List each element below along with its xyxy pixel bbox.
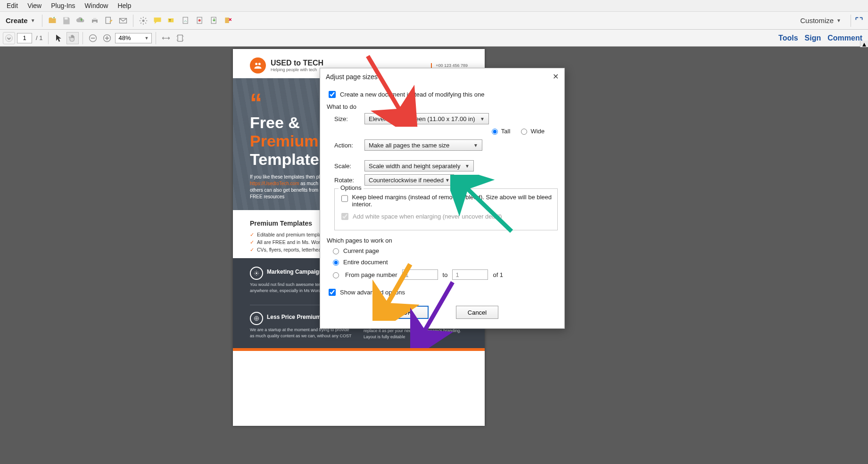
menu-plugins[interactable]: Plug-Ins	[46, 0, 80, 11]
create-new-checkbox[interactable]	[329, 91, 336, 98]
chevron-down-icon: ▼	[445, 178, 450, 183]
gear-circle-icon	[250, 267, 263, 280]
mail-icon[interactable]	[117, 15, 129, 27]
from-page-radio[interactable]	[333, 272, 339, 278]
hero-link: https://UsedtoTech.com	[250, 181, 299, 186]
adjust-page-sizes-dialog: Adjust page sizes ✕ Create a new documen…	[320, 68, 565, 329]
menubar: Edit View Plug-Ins Window Help	[0, 0, 868, 12]
zoom-value: 48%	[118, 34, 131, 41]
zoom-in-icon[interactable]	[101, 32, 113, 44]
svg-point-14	[6, 34, 13, 41]
tall-radio[interactable]	[492, 129, 498, 135]
target-circle-icon	[250, 312, 263, 325]
wide-radio[interactable]	[521, 129, 527, 135]
current-page-radio[interactable]	[333, 248, 339, 254]
keep-bleed-checkbox[interactable]	[341, 195, 348, 202]
customize-button[interactable]: Customize ▼	[796, 15, 845, 26]
svg-text:T: T	[169, 18, 171, 22]
wide-label: Wide	[530, 128, 545, 135]
chevron-down-icon: ▼	[473, 143, 478, 148]
svg-rect-4	[106, 17, 110, 23]
action-label: Action:	[334, 142, 360, 149]
size-label: Size:	[334, 115, 360, 122]
chevron-down-icon: ▼	[465, 163, 470, 169]
print-icon[interactable]	[89, 15, 101, 27]
cancel-button[interactable]: Cancel	[456, 306, 498, 319]
comment-link[interactable]: Comment	[827, 34, 862, 42]
rotate-label: Rotate:	[334, 177, 360, 184]
fit-width-icon[interactable]	[160, 32, 172, 44]
svg-rect-13	[225, 17, 229, 23]
red-x-icon[interactable]	[222, 15, 234, 27]
ok-button[interactable]: OK	[386, 306, 429, 319]
dropdown-caret-icon: ▼	[836, 18, 841, 23]
show-advanced-checkbox[interactable]	[329, 289, 336, 296]
zoom-out-icon[interactable]	[87, 32, 99, 44]
brand-title: USED to TECH	[271, 59, 323, 67]
hand-icon[interactable]	[66, 32, 79, 44]
customize-label: Customize	[800, 16, 834, 24]
highlight-icon[interactable]: T	[165, 15, 178, 27]
action-combo[interactable]: Make all pages the same size ▼	[364, 139, 482, 151]
svg-point-22	[258, 63, 261, 65]
page-number-input[interactable]	[17, 33, 32, 43]
brand-logo-icon	[250, 57, 266, 73]
menu-view[interactable]: View	[23, 0, 46, 11]
fit-page-icon[interactable]	[174, 32, 186, 44]
from-page-input[interactable]	[402, 269, 438, 280]
options-title: Options	[339, 184, 364, 191]
scale-combo[interactable]: Scale width and height separately ▼	[364, 160, 474, 171]
action-value: Make all pages the same size	[369, 142, 473, 149]
cursor-icon[interactable]	[52, 32, 65, 44]
gr-copy: replace it as per your needs or company'…	[364, 328, 468, 340]
scale-label: Scale:	[334, 163, 360, 170]
sign-link[interactable]: Sign	[805, 34, 821, 42]
open-folder-icon[interactable]	[46, 15, 58, 27]
cloud-upload-icon[interactable]	[74, 15, 87, 27]
to-page-input[interactable]	[452, 269, 488, 280]
svg-point-26	[256, 318, 257, 319]
gear-icon[interactable]	[137, 15, 149, 27]
rotate-combo[interactable]: Counterclockwise if needed ▼	[364, 174, 454, 186]
what-to-do-label: What to do	[327, 103, 558, 110]
entire-doc-radio[interactable]	[333, 260, 339, 266]
menu-edit[interactable]: Edit	[2, 0, 23, 11]
expand-icon[interactable]	[853, 15, 865, 27]
nav-toolbar: / 1 48% ▼ Tools Sign Comment	[0, 30, 868, 47]
export-icon[interactable]	[208, 15, 220, 27]
comment-icon[interactable]	[151, 15, 164, 27]
close-icon[interactable]: ✕	[553, 72, 559, 81]
svg-point-23	[256, 272, 257, 274]
tools-link[interactable]: Tools	[778, 34, 798, 42]
sign-doc-icon[interactable]	[180, 15, 192, 27]
brand-subtitle: Helping people with tech	[271, 67, 323, 72]
dropdown-caret-icon: ▼	[31, 18, 35, 23]
menu-window[interactable]: Window	[80, 0, 113, 11]
menu-help[interactable]: Help	[113, 0, 136, 11]
mk-heading: Marketing Campaign	[267, 269, 322, 275]
options-group: Options Keep bleed margins (instead of r…	[334, 188, 558, 230]
save-icon[interactable]	[60, 15, 73, 27]
zoom-combo[interactable]: 48% ▼	[115, 33, 152, 43]
create-button[interactable]: Create ▼	[3, 15, 38, 26]
entire-doc-label: Entire document	[343, 259, 388, 266]
of-label: of 1	[493, 271, 503, 278]
page-down-icon[interactable]	[3, 32, 15, 44]
scroll-up-icon[interactable]: ▴	[860, 41, 868, 47]
which-pages-label: Which pages to work on	[327, 237, 558, 244]
svg-point-21	[255, 63, 257, 65]
svg-point-6	[142, 19, 144, 22]
size-combo[interactable]: Eleven by seventeen (11.00 x 17.00 in) ▼	[364, 113, 489, 124]
edit-doc-icon[interactable]	[103, 15, 115, 27]
main-toolbar: Create ▼ T Customize ▼	[0, 12, 868, 30]
keep-bleed-label: Keep bleed margins (instead of removing …	[352, 194, 553, 208]
scale-value: Scale width and height separately	[369, 163, 465, 170]
size-value: Eleven by seventeen (11.00 x 17.00 in)	[369, 115, 480, 122]
stamp-icon[interactable]	[194, 15, 206, 27]
dropdown-caret-icon: ▼	[145, 36, 149, 41]
workspace: ▴ USED to TECH Helping people with tech …	[0, 47, 868, 464]
current-page-label: Current page	[343, 247, 379, 254]
show-advanced-label: Show advanced options	[340, 289, 405, 296]
tall-label: Tall	[501, 128, 511, 135]
svg-rect-0	[64, 17, 67, 19]
